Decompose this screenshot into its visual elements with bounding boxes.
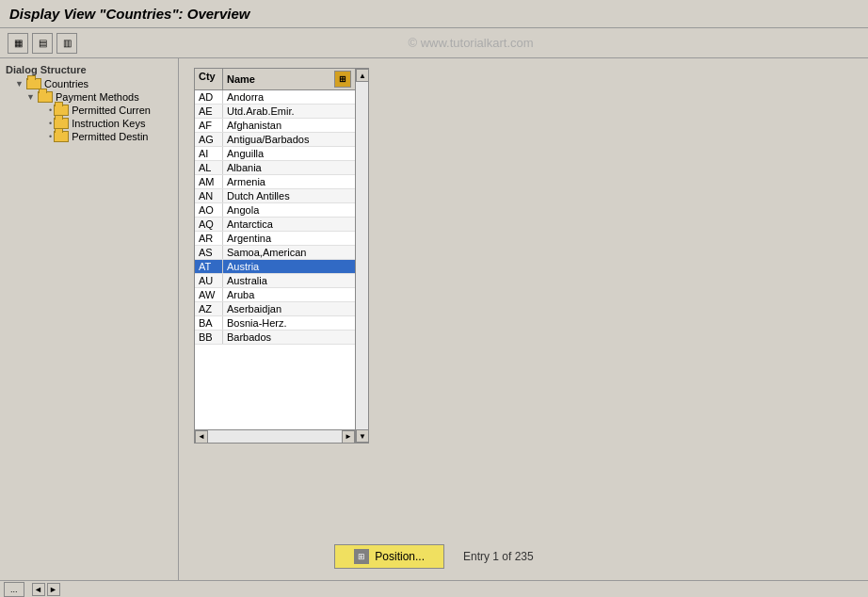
- cell-cty: AL: [195, 161, 223, 174]
- table-row[interactable]: AZAserbaidjan: [195, 302, 355, 316]
- cell-name: Australia: [223, 274, 355, 287]
- hscroll-track: [208, 430, 342, 444]
- cell-cty: AR: [195, 232, 223, 245]
- table-row[interactable]: ATAustria: [195, 260, 355, 274]
- cell-name: Dutch Antilles: [223, 189, 355, 202]
- cell-cty: AD: [195, 90, 223, 104]
- entry-info: Entry 1 of 235: [463, 550, 534, 563]
- scroll-track: [356, 82, 368, 429]
- title-bar: Display View "Countries": Overview: [0, 0, 868, 28]
- col-cty-header: Cty: [195, 69, 223, 89]
- save-icon: ▤: [39, 38, 47, 48]
- sidebar-item-permitted-destin[interactable]: ▶ • Permitted Destin: [0, 130, 178, 143]
- sidebar-label-instruction: Instruction Keys: [72, 118, 145, 129]
- position-btn-label: Position...: [375, 550, 425, 563]
- table-row[interactable]: AMArmenia: [195, 175, 355, 189]
- cell-name: Angola: [223, 203, 355, 217]
- table-header: Cty Name ⊞: [195, 69, 355, 90]
- cell-cty: AO: [195, 203, 223, 217]
- position-btn-icon: ⊞: [354, 549, 369, 564]
- cell-cty: AG: [195, 133, 223, 146]
- cell-cty: AT: [195, 260, 223, 273]
- table-row[interactable]: AEUtd.Arab.Emir.: [195, 105, 355, 119]
- table-row[interactable]: BBBarbados: [195, 331, 355, 345]
- sidebar-label-countries: Countries: [44, 78, 88, 89]
- cell-name: Utd.Arab.Emir.: [223, 105, 355, 118]
- table-row[interactable]: ADAndorra: [195, 90, 355, 105]
- sidebar-item-countries[interactable]: ▼ Countries: [0, 77, 178, 90]
- cell-cty: AZ: [195, 302, 223, 315]
- sidebar-item-payment-methods[interactable]: ▼ Payment Methods: [0, 90, 178, 104]
- grid-icon: ▦: [14, 38, 23, 48]
- sidebar-item-permitted-curren[interactable]: ▶ • Permitted Curren: [0, 104, 178, 117]
- nav-left-btn[interactable]: ◄: [32, 583, 45, 596]
- nav-arrows: ◄ ►: [32, 583, 60, 596]
- toolbar-btn-1[interactable]: ▦: [8, 33, 28, 54]
- folder-icon-destin: [54, 131, 69, 142]
- toolbar-btn-3[interactable]: ▥: [56, 33, 77, 54]
- cell-cty: AE: [195, 105, 223, 118]
- content-area: Cty Name ⊞ ADAndorraAEUtd.Arab.Emir.AFAf…: [185, 58, 868, 580]
- scroll-right-btn[interactable]: ►: [342, 430, 355, 444]
- cell-name: Antarctica: [223, 218, 355, 231]
- table-row[interactable]: AUAustralia: [195, 274, 355, 288]
- bottom-bar: ⊞ Position... Entry 1 of 235: [0, 535, 868, 578]
- bullet-instruction: •: [49, 119, 52, 128]
- toolbar-btn-2[interactable]: ▤: [32, 33, 53, 54]
- cell-cty: AS: [195, 246, 223, 259]
- folder-icon-payment: [38, 91, 53, 103]
- table-row[interactable]: ARArgentina: [195, 232, 355, 246]
- cell-cty: AQ: [195, 218, 223, 231]
- sidebar-label-curren: Permitted Curren: [72, 105, 151, 116]
- col-name-header: Name ⊞: [223, 69, 355, 89]
- cell-name: Argentina: [223, 232, 355, 245]
- cell-cty: AN: [195, 189, 223, 202]
- table-row[interactable]: AGAntigua/Barbados: [195, 133, 355, 147]
- sidebar-label-payment: Payment Methods: [56, 91, 139, 103]
- cell-name: Aserbaidjan: [223, 302, 355, 315]
- table-row[interactable]: ANDutch Antilles: [195, 189, 355, 203]
- cell-name: Bosnia-Herz.: [223, 316, 355, 330]
- table-body[interactable]: ADAndorraAEUtd.Arab.Emir.AFAfghanistanAG…: [195, 90, 355, 429]
- cell-cty: BA: [195, 316, 223, 330]
- bullet-curren: •: [49, 105, 52, 115]
- cell-cty: AU: [195, 274, 223, 287]
- cell-name: Antigua/Barbados: [223, 133, 355, 146]
- bullet-destin: •: [49, 132, 52, 141]
- table-row[interactable]: AIAnguilla: [195, 147, 355, 161]
- cell-cty: AM: [195, 175, 223, 188]
- table-row[interactable]: AQAntarctica: [195, 218, 355, 232]
- cell-cty: AF: [195, 119, 223, 132]
- position-button[interactable]: ⊞ Position...: [334, 544, 444, 569]
- table-row[interactable]: ALAlbania: [195, 161, 355, 175]
- nav-right-btn[interactable]: ►: [47, 583, 60, 596]
- table-row[interactable]: AFAfghanistan: [195, 119, 355, 133]
- scroll-down-btn[interactable]: ▼: [356, 429, 369, 443]
- toolbar: ▦ ▤ ▥ © www.tutorialkart.com: [0, 28, 868, 58]
- page-title: Display View "Countries": Overview: [9, 6, 249, 22]
- table-row[interactable]: BABosnia-Herz.: [195, 316, 355, 331]
- export-icon: ▥: [63, 38, 72, 48]
- sidebar-item-instruction-keys[interactable]: ▶ • Instruction Keys: [0, 117, 178, 130]
- status-bar: ... ◄ ►: [0, 580, 868, 597]
- scroll-up-btn[interactable]: ▲: [356, 69, 369, 82]
- cell-cty: BB: [195, 331, 223, 344]
- column-icon[interactable]: ⊞: [334, 71, 351, 88]
- cell-name: Armenia: [223, 175, 355, 188]
- horizontal-scroll[interactable]: ◄ ►: [195, 429, 355, 443]
- table-row[interactable]: AWAruba: [195, 288, 355, 302]
- watermark: © www.tutorialkart.com: [81, 36, 860, 50]
- table-container: Cty Name ⊞ ADAndorraAEUtd.Arab.Emir.AFAf…: [194, 68, 369, 444]
- table-row[interactable]: ASSamoa,American: [195, 246, 355, 260]
- sidebar-label-destin: Permitted Destin: [72, 131, 148, 142]
- cell-name: Afghanistan: [223, 119, 355, 132]
- cell-name: Barbados: [223, 331, 355, 344]
- table-row[interactable]: AOAngola: [195, 203, 355, 218]
- cell-name: Aruba: [223, 288, 355, 301]
- scroll-left-btn[interactable]: ◄: [195, 430, 208, 444]
- cell-name: Andorra: [223, 90, 355, 104]
- cell-name: Albania: [223, 161, 355, 174]
- sidebar: Dialog Structure ▼ Countries ▼ Payment M…: [0, 58, 179, 580]
- cell-name: Austria: [223, 260, 355, 273]
- vertical-scrollbar[interactable]: ▲ ▼: [355, 69, 368, 443]
